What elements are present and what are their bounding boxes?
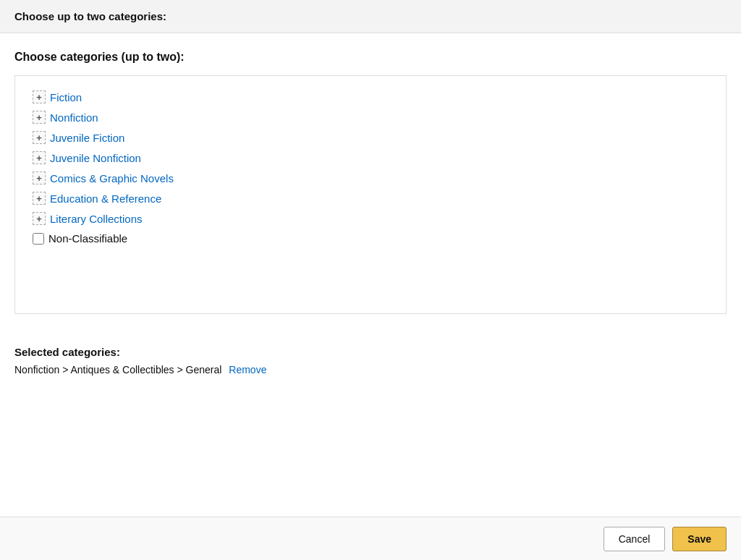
checkbox-non-classifiable[interactable] xyxy=(33,233,44,245)
expand-icon-nonfiction xyxy=(33,111,46,124)
category-link-juvenile-fiction[interactable]: Juvenile Fiction xyxy=(50,132,124,144)
expand-icon-fiction xyxy=(33,90,46,103)
expand-icon-literary-collections xyxy=(33,212,46,225)
top-bar-label: Choose up to two categories: xyxy=(14,10,166,22)
category-link-fiction[interactable]: Fiction xyxy=(50,91,82,103)
top-bar: Choose up to two categories: xyxy=(0,0,741,33)
category-link-comics-graphic-novels[interactable]: Comics & Graphic Novels xyxy=(50,172,174,184)
category-list: FictionNonfictionJuvenile FictionJuvenil… xyxy=(33,90,708,245)
category-link-literary-collections[interactable]: Literary Collections xyxy=(50,213,143,225)
category-item-literary-collections[interactable]: Literary Collections xyxy=(33,212,708,225)
category-item-education-reference[interactable]: Education & Reference xyxy=(33,192,708,205)
expand-icon-juvenile-nonfiction xyxy=(33,151,46,164)
bottom-bar: Cancel Save xyxy=(0,517,741,560)
selected-categories-title: Selected categories: xyxy=(14,346,727,358)
checkbox-item-non-classifiable: Non-Classifiable xyxy=(33,232,708,245)
expand-icon-juvenile-fiction xyxy=(33,131,46,144)
selected-path: Nonfiction > Antiques & Collectibles > G… xyxy=(14,364,727,376)
checkbox-label-non-classifiable: Non-Classifiable xyxy=(48,232,127,245)
cancel-button[interactable]: Cancel xyxy=(604,527,666,551)
selected-section: Selected categories: Nonfiction > Antiqu… xyxy=(0,346,741,376)
category-item-nonfiction[interactable]: Nonfiction xyxy=(33,111,708,124)
selected-path-text: Nonfiction > Antiques & Collectibles > G… xyxy=(14,364,221,376)
category-link-nonfiction[interactable]: Nonfiction xyxy=(50,111,98,124)
save-button[interactable]: Save xyxy=(672,527,727,551)
category-link-education-reference[interactable]: Education & Reference xyxy=(50,192,161,205)
section-title: Choose categories (up to two): xyxy=(14,51,727,64)
category-item-juvenile-fiction[interactable]: Juvenile Fiction xyxy=(33,131,708,144)
expand-icon-comics-graphic-novels xyxy=(33,171,46,184)
main-content: Choose categories (up to two): FictionNo… xyxy=(0,33,741,346)
category-item-fiction[interactable]: Fiction xyxy=(33,90,708,103)
category-link-juvenile-nonfiction[interactable]: Juvenile Nonfiction xyxy=(50,152,141,164)
expand-icon-education-reference xyxy=(33,192,46,205)
category-box: FictionNonfictionJuvenile FictionJuvenil… xyxy=(14,75,727,314)
category-item-juvenile-nonfiction[interactable]: Juvenile Nonfiction xyxy=(33,151,708,164)
category-item-comics-graphic-novels[interactable]: Comics & Graphic Novels xyxy=(33,171,708,184)
remove-link[interactable]: Remove xyxy=(229,364,266,376)
